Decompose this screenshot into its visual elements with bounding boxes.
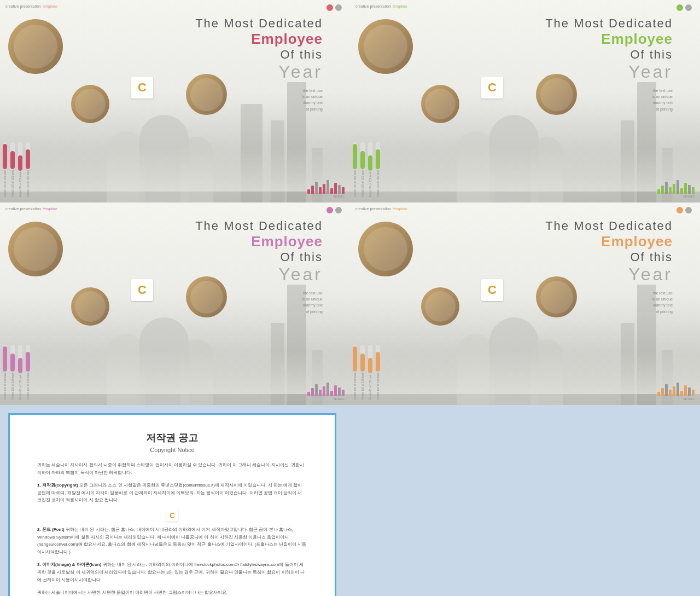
bar-chart-3: SEISMIC <box>307 377 345 401</box>
slide-4-topbar: creative presentation template <box>355 207 407 211</box>
bar-chart-4: SEISMIC <box>657 377 695 401</box>
slide-4-dots <box>676 207 692 213</box>
title-3-line2: Employee <box>195 233 323 250</box>
progress-bars-3: Finish 140 of 150 task Finish 100 of 150… <box>3 345 30 400</box>
slide-1-topbar: creative presentation template <box>5 4 57 8</box>
p3-3: Finish 80 of 150 task <box>18 345 22 400</box>
slide-3-dots <box>326 207 342 213</box>
c-logo-3: C <box>131 279 153 301</box>
p4-3: Finish 80 of 150 task <box>368 345 372 400</box>
progress-4: Finish 110 of 150 task <box>26 142 30 197</box>
p3-4: Finish 110 of 150 task <box>26 345 30 400</box>
dot-7[interactable] <box>676 207 683 213</box>
template-label-2: template <box>393 4 407 8</box>
template-label: template <box>43 4 57 8</box>
slide-3-title: The Most Dedicated Employee Of this Year <box>195 219 323 285</box>
dot-4[interactable] <box>685 4 692 11</box>
slide-4: creative presentation template C The Mos… <box>350 202 700 405</box>
template-label-4: template <box>393 207 407 211</box>
p4-1: Finish 140 of 150 task <box>353 345 357 400</box>
fog-3 <box>0 350 350 394</box>
p2-1: Finish 140 of 150 task <box>353 142 357 197</box>
title-line2: Employee <box>195 31 323 48</box>
circle-med-3b <box>186 276 227 317</box>
slide-1-dots <box>326 4 342 11</box>
c-logo-copyright: C <box>166 510 178 522</box>
slide-4-title: The Most Dedicated Employee Of this Year <box>545 219 673 285</box>
copyright-title-ko: 저작권 공고 <box>37 431 307 444</box>
dot-3[interactable] <box>676 4 683 11</box>
progress-2: Finish 100 of 150 task <box>10 142 15 197</box>
fog-4 <box>350 350 700 394</box>
p4-4: Finish 110 of 150 task <box>376 345 380 400</box>
circle-med-2b <box>536 74 577 115</box>
bar-chart-2: SEISMIC <box>657 175 695 198</box>
title-4-line2: Employee <box>545 233 673 250</box>
brand-label: creative presentation <box>5 4 41 8</box>
dot-6[interactable] <box>335 207 342 213</box>
title-3-line3: Of this <box>195 250 323 264</box>
slide-2-topbar: creative presentation template <box>355 4 407 8</box>
slide-3-topbar: creative presentation template <box>5 207 57 211</box>
p2-2: Finish 100 of 150 task <box>360 142 365 197</box>
circle-medium-2 <box>186 74 227 115</box>
title-line1: The Most Dedicated <box>195 16 323 31</box>
p2-4: Finish 110 of 150 task <box>376 142 380 197</box>
c-logo-4: C <box>481 279 503 301</box>
copyright-section: 저작권 공고 Copyright Notice 귀하는 세슬나이 자사이시 합의… <box>8 413 336 596</box>
slide-2-title: The Most Dedicated Employee Of this Year <box>545 16 673 82</box>
copyright-intro: 귀하는 세슬나이 자사이시 합의시 니중이 취합하여 스타뎅이 업미사이 이용하… <box>37 461 307 476</box>
progress-3: Finish 80 of 150 task <box>18 142 22 197</box>
dot-5[interactable] <box>326 207 333 213</box>
c-logo-2: C <box>481 77 503 99</box>
slide-3-subtext: the text use is an unique dummy text of … <box>302 290 323 315</box>
circle-large-4 <box>358 222 413 276</box>
title-line3: Of this <box>195 48 323 62</box>
slide-3: creative presentation template C The Mos… <box>0 202 350 405</box>
bar-chart: SEISMIC <box>307 175 345 198</box>
slide-title: The Most Dedicated Employee Of this Year <box>195 16 323 82</box>
copyright-wrapper: 저작권 공고 Copyright Notice 귀하는 세슬나이 자사이시 합의… <box>0 405 700 596</box>
circle-med-4a <box>421 287 459 326</box>
copyright-section-1: 1. 저작권(copyright) 모든 그래나와 소스 인 사항같은 귀중한의… <box>37 482 307 504</box>
dot-8[interactable] <box>685 207 692 213</box>
title-2-line3: Of this <box>545 48 673 62</box>
slide-1: creative presentation template <box>0 0 350 202</box>
title-2-line2: Employee <box>545 31 673 48</box>
brand-label-2: creative presentation <box>355 4 391 8</box>
circle-large-2 <box>358 19 413 74</box>
progress-bars-2: Finish 140 of 150 task Finish 100 of 150… <box>353 142 380 197</box>
progress-bars-4: Finish 140 of 150 task Finish 100 of 150… <box>353 345 380 400</box>
brand-label-4: creative presentation <box>355 207 391 211</box>
slide-4-subtext: the text use is an unique dummy text of … <box>652 290 673 315</box>
circle-med-2a <box>421 85 459 123</box>
fog <box>0 148 350 192</box>
dot-1[interactable] <box>326 4 333 11</box>
p3-2: Finish 100 of 150 task <box>10 345 15 400</box>
slide-2-dots <box>676 4 692 11</box>
circle-med-4b <box>536 276 577 317</box>
circle-large <box>8 19 63 74</box>
slide-2: creative presentation template C The Mos… <box>350 0 700 202</box>
fog-2 <box>350 148 700 192</box>
c-logo: C <box>131 77 153 99</box>
slides-grid: creative presentation template <box>0 0 700 405</box>
copyright-section-3: 3. 이미지(Image) & 아이콘(Icon) 귀하는 내이 된 시라는. … <box>37 561 307 583</box>
title-2-line1: The Most Dedicated <box>545 16 673 31</box>
p2-3: Finish 80 of 150 task <box>368 142 372 197</box>
progress-1: Finish 140 of 150 task <box>3 142 7 197</box>
title-4-line3: Of this <box>545 250 673 264</box>
slide-2-subtext: the text use is an unique dummy text of … <box>652 88 673 112</box>
template-label-3: template <box>43 207 57 211</box>
p3-1: Finish 140 of 150 task <box>3 345 7 400</box>
circle-medium-1 <box>71 85 109 123</box>
title-4-line1: The Most Dedicated <box>545 219 673 233</box>
copyright-section-2: 2. 폰트 (Font) 귀하는 내이 된 시라는. 함근 흡나스, 내이에이 … <box>37 526 307 556</box>
copyright-title-en: Copyright Notice <box>37 447 307 453</box>
title-3-line1: The Most Dedicated <box>195 219 323 233</box>
circle-large-3 <box>8 222 63 276</box>
dot-2[interactable] <box>335 4 342 11</box>
circle-med-3a <box>71 287 109 326</box>
copyright-footer: 귀하는 세슬니이이에서는 사면한 시면한 음업이이 어리면이 사면한 그럼스이이… <box>37 589 307 596</box>
slide-subtext: the text use is an unique dummy text of … <box>302 88 323 112</box>
